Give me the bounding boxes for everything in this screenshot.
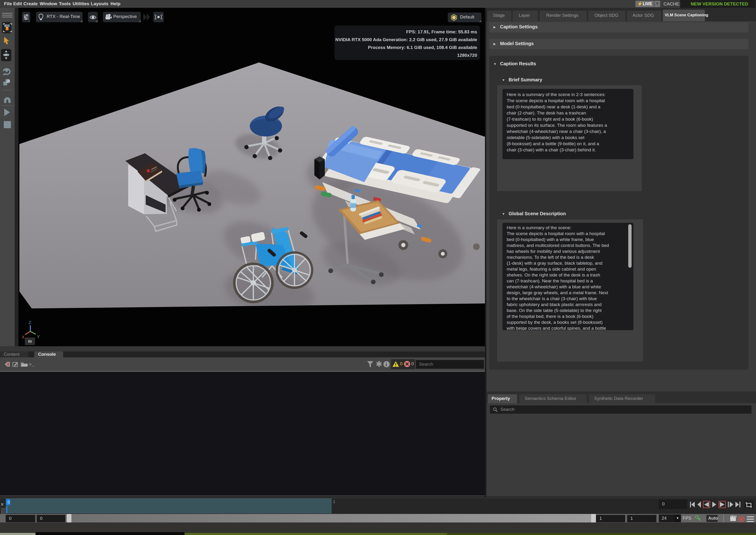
svg-text:X: X xyxy=(22,335,25,339)
svg-text:Y: Y xyxy=(37,334,40,339)
svg-text:i: i xyxy=(385,362,387,367)
svg-text:>_: >_ xyxy=(29,362,34,367)
svg-text:✱: ✱ xyxy=(376,360,382,369)
svg-text:Z: Z xyxy=(29,320,31,325)
